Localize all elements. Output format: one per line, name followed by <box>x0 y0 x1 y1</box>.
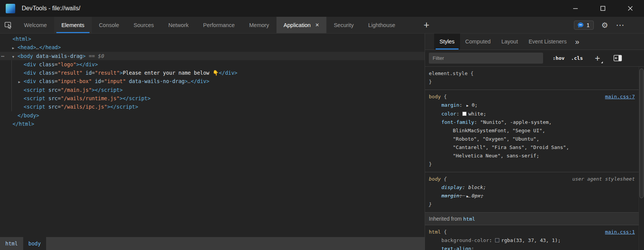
tab-performance[interactable]: Performance <box>196 17 242 33</box>
style-filter-input[interactable] <box>429 53 543 64</box>
more-actions-icon[interactable]: ⋯ <box>1 52 5 60</box>
scrollbar-thumb[interactable] <box>639 69 644 198</box>
close-brace: } <box>429 160 635 168</box>
code-token: <script <box>24 95 45 101</box>
css-property-value: rgba(33, 37, 43, 1); <box>501 237 561 243</box>
css-property-value: 0; <box>471 102 478 108</box>
dom-tree-row[interactable]: <html> <box>0 35 425 43</box>
stylesheet-link[interactable]: main.css:7 <box>605 93 635 101</box>
tab-console[interactable]: Console <box>92 17 126 33</box>
dom-tree-row[interactable]: ⋯▼<body data-wails-drag> == $0 <box>0 52 425 60</box>
rule-selector-row[interactable]: html {main.css:1 <box>429 228 635 236</box>
inspect-element-button[interactable] <box>0 17 17 33</box>
devtools-app-icon <box>6 4 15 13</box>
ellipsis-icon: ⋯ <box>616 20 624 30</box>
css-declaration[interactable]: display: block; <box>429 183 635 192</box>
sidebar-tabs-overflow-button[interactable]: » <box>575 34 579 50</box>
dom-tree-row[interactable]: <script src="/main.js"></script> <box>0 86 425 94</box>
close-brace: } <box>429 78 635 86</box>
code-token: <head> <box>18 44 36 50</box>
code-token: "/wails/ipc.js" <box>61 104 107 110</box>
css-declaration[interactable]: text-align: <box>429 245 635 250</box>
styles-scrollbar[interactable] <box>639 67 644 250</box>
settings-button[interactable]: ⚙ <box>601 21 608 29</box>
tab-sources[interactable]: Sources <box>126 17 161 33</box>
minimize-button[interactable] <box>562 0 589 17</box>
sidebar-tab-layout[interactable]: Layout <box>496 34 523 50</box>
code-token: Please enter your name below <box>123 70 213 76</box>
breadcrumb-html[interactable]: html <box>0 237 23 250</box>
customize-menu-button[interactable]: ⋯ <box>616 21 624 29</box>
dom-tree-row[interactable]: <script src="/wails/ipc.js"></script> <box>0 103 425 111</box>
code-token: src <box>45 95 58 101</box>
minimize-icon <box>573 6 578 11</box>
inherited-node-link[interactable]: html <box>463 216 475 222</box>
shorthand-expander-icon[interactable]: ▶ <box>465 104 472 107</box>
colon: : <box>474 119 480 125</box>
css-declaration[interactable]: margin: ▶ 0; <box>429 101 635 110</box>
tab-security[interactable]: Security <box>326 17 361 33</box>
color-swatch[interactable] <box>462 112 467 116</box>
css-declaration[interactable]: color: white; <box>429 110 635 118</box>
dom-tree-row[interactable]: <script src="/wails/runtime.js"></script… <box>0 94 425 103</box>
new-style-rule-button[interactable]: + <box>595 54 600 63</box>
tab-elements[interactable]: Elements <box>54 17 91 33</box>
rule-selector-row[interactable]: body {user agent stylesheet <box>429 175 635 183</box>
copilot-notification-badge[interactable]: 1 <box>574 21 594 30</box>
computed-sidebar-toggle-button[interactable] <box>614 55 622 61</box>
tab-close-icon[interactable]: ✕ <box>315 22 320 28</box>
sidebar-tab-styles[interactable]: Styles <box>434 34 460 50</box>
inspect-cursor-icon <box>4 21 13 29</box>
more-tools-button[interactable]: + <box>418 17 435 33</box>
code-token: <div <box>24 70 36 76</box>
tab-network[interactable]: Network <box>161 17 196 33</box>
css-declaration[interactable]: font-family: "Nunito", -apple-system, <box>429 118 635 127</box>
expander-open-icon[interactable]: ▼ <box>12 53 18 61</box>
css-declaration[interactable]: margin: ▶ 8px; <box>429 192 635 200</box>
elements-panel: <html>▶<head>…</head>⋯▼<body data-wails-… <box>0 34 425 250</box>
dom-breadcrumb-bar: htmlbody <box>0 237 425 250</box>
close-button[interactable] <box>617 0 644 17</box>
dom-tree-row[interactable]: <div class="logo"></div> <box>0 60 425 69</box>
close-icon <box>628 6 633 11</box>
dom-tree-row[interactable]: </html> <box>0 120 425 128</box>
css-value-wrap-line: "Cantarell", "Fira Sans", "Droid Sans", <box>429 143 635 152</box>
expander-closed-icon[interactable]: ▶ <box>12 44 18 52</box>
main-area: <html>▶<head>…</head>⋯▼<body data-wails-… <box>0 34 644 250</box>
dom-tree-row[interactable]: ▶<div class="input-box" id="input" data-… <box>0 77 425 85</box>
css-property-name: background-color <box>441 237 489 243</box>
tab-welcome[interactable]: Welcome <box>17 17 54 33</box>
inherited-from-bar: Inherited from html <box>425 213 639 225</box>
sidebar-tab-computed[interactable]: Computed <box>460 34 496 50</box>
tab-lighthouse[interactable]: Lighthouse <box>361 17 403 33</box>
element-class-toggle[interactable]: .cls <box>571 55 583 61</box>
css-value-wrap-line: "Helvetica Neue", sans-serif; <box>429 152 635 160</box>
maximize-button[interactable] <box>589 0 617 17</box>
code-token: "result" <box>95 70 120 76</box>
code-token: <html> <box>13 36 31 42</box>
colon: : <box>459 102 465 108</box>
rule-selector-row[interactable]: body {main.css:7 <box>429 93 635 101</box>
dom-tree-row[interactable]: </body> <box>0 111 425 120</box>
tab-application[interactable]: Application✕ <box>276 17 327 33</box>
colon: : <box>459 193 465 199</box>
title-bar: DevTools - file://wails/ <box>0 0 644 17</box>
code-token: </div> <box>191 78 209 84</box>
rule-selector-row[interactable]: element.style { <box>429 69 635 78</box>
code-token: <body <box>18 53 33 59</box>
sidebar-tab-event-listeners[interactable]: Event Listeners <box>523 34 572 50</box>
shorthand-expander-icon[interactable]: ▶ <box>465 194 472 198</box>
expander-closed-icon[interactable]: ▶ <box>18 78 24 86</box>
color-swatch[interactable] <box>495 238 499 242</box>
tab-memory[interactable]: Memory <box>242 17 276 33</box>
stylesheet-link[interactable]: main.css:1 <box>605 228 635 236</box>
code-token: "input" <box>104 78 126 84</box>
pseudo-state-toggle[interactable]: :hov <box>553 55 564 61</box>
dom-tree-row[interactable]: <div class="result" id="result">Please e… <box>0 69 425 77</box>
breadcrumb-body[interactable]: body <box>23 237 46 250</box>
dropdown-corner-icon <box>601 61 603 63</box>
dom-tree-row[interactable]: ▶<head>…</head> <box>0 43 425 51</box>
css-property-value: "Nunito", -apple-system, <box>480 119 552 125</box>
css-declaration[interactable]: background-color: rgba(33, 37, 43, 1); <box>429 236 635 245</box>
code-token: "input-box" <box>58 78 91 84</box>
